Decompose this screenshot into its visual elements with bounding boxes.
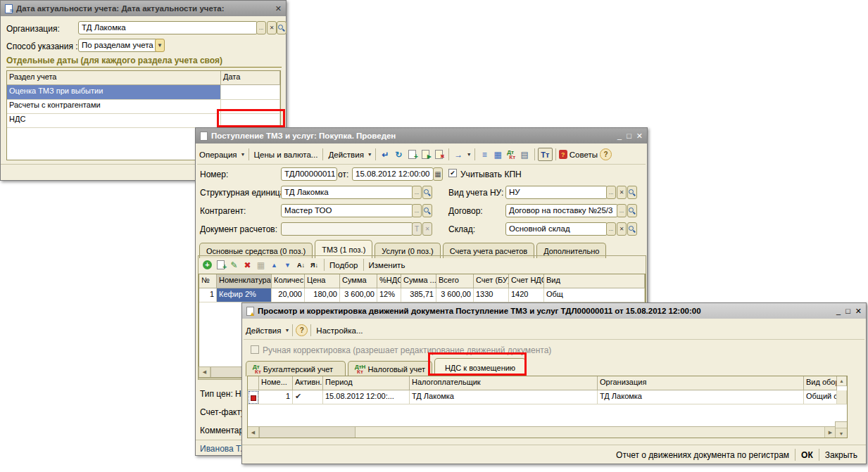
col-nomenclature[interactable]: Номенклатура: [217, 274, 272, 288]
tips-button[interactable]: Советы: [567, 151, 600, 159]
table-row[interactable]: Оценка ТМЗ при выбытии: [7, 85, 280, 99]
contract-select-button[interactable]: ...: [617, 204, 627, 217]
minimize-icon[interactable]: _: [836, 307, 841, 315]
kpn-checkbox[interactable]: ✔: [448, 169, 457, 177]
col-account-vat[interactable]: Счет НДС: [509, 274, 544, 288]
add-row-icon[interactable]: +: [201, 259, 214, 271]
col-section[interactable]: Раздел учета: [7, 71, 221, 85]
nu-select-button[interactable]: ...: [606, 186, 616, 199]
movements-report-button[interactable]: Отчет о движениях документа по регистрам: [613, 450, 792, 460]
move-up-icon[interactable]: ▲: [268, 259, 281, 271]
settlement-clear-button[interactable]: ✕: [422, 222, 432, 236]
unit-select-button[interactable]: ...: [412, 186, 422, 199]
col-account-bu[interactable]: Счет (БУ): [474, 274, 509, 288]
prices-currency-button[interactable]: Цены и валюта...: [252, 151, 320, 159]
nu-search-button[interactable]: [627, 186, 637, 199]
col-number[interactable]: №: [199, 274, 217, 288]
pick-button[interactable]: Подбор: [327, 261, 360, 269]
close-icon[interactable]: ✕: [275, 5, 282, 13]
post-document-icon[interactable]: ▶: [419, 148, 432, 160]
scroll-left-icon[interactable]: ◀: [248, 427, 259, 438]
structure-icon[interactable]: ≡: [478, 148, 491, 160]
close-icon[interactable]: ✕: [855, 307, 862, 315]
actions-menu[interactable]: Действия: [326, 151, 365, 159]
nu-clear-button[interactable]: ✕: [617, 186, 627, 199]
tt-templates-button[interactable]: Тт: [538, 148, 553, 161]
move-down-icon[interactable]: ▼: [281, 259, 294, 271]
settlement-type-button[interactable]: T: [412, 222, 422, 236]
vscroll-up-icon[interactable]: ▲: [837, 376, 847, 386]
unit-input[interactable]: ТД Лакомка: [281, 186, 413, 199]
ok-button[interactable]: ОК: [798, 450, 816, 460]
org-input[interactable]: ТД Лакомка: [78, 21, 258, 34]
actions-menu[interactable]: Действия: [244, 326, 283, 335]
set-flags-icon[interactable]: ▦: [491, 148, 505, 160]
contractor-select-button[interactable]: ...: [412, 204, 422, 217]
sort-asc-icon[interactable]: А↓: [294, 259, 308, 271]
movements-hscrollbar[interactable]: ◀ ▶: [248, 426, 836, 438]
close-button[interactable]: Закрыть: [822, 450, 860, 460]
sort-desc-icon[interactable]: Я↓: [308, 259, 321, 271]
contractor-search-button[interactable]: [422, 204, 432, 217]
copy-row-icon[interactable]: +: [214, 259, 227, 271]
refresh-icon[interactable]: ↻: [392, 148, 405, 160]
col-organization[interactable]: Организация: [598, 376, 804, 390]
delete-row-icon[interactable]: ✖: [241, 259, 254, 271]
settlement-input[interactable]: [281, 222, 413, 236]
minimize-icon[interactable]: _: [617, 132, 622, 140]
scroll-thumb[interactable]: [259, 427, 356, 438]
col-kind[interactable]: Вид: [544, 274, 645, 288]
col-taxpayer[interactable]: Налогоплательщик: [410, 376, 598, 390]
close-icon[interactable]: ✕: [636, 132, 643, 140]
col-quantity[interactable]: Количес...: [272, 274, 305, 288]
col-vat-pct[interactable]: %НДС: [377, 274, 401, 288]
manual-adjustment-checkbox[interactable]: [251, 345, 259, 354]
journal-icon[interactable]: ▤: [518, 148, 532, 160]
warehouse-select-button[interactable]: ...: [606, 222, 616, 236]
table-row[interactable]: 1 Кефир 2% 20,000 180,00 3 600,00 12% 38…: [199, 288, 645, 302]
settings-button[interactable]: Настройка...: [314, 326, 365, 335]
navigate-icon[interactable]: →: [452, 148, 465, 160]
edit-row-icon[interactable]: ✎: [227, 259, 241, 271]
help-icon[interactable]: ?: [296, 324, 308, 336]
copy-add-icon[interactable]: +: [405, 148, 419, 160]
method-combobox[interactable]: По разделам учета: [78, 39, 158, 52]
unit-search-button[interactable]: [422, 186, 432, 199]
col-sum[interactable]: Сумма: [340, 274, 377, 288]
maximize-icon[interactable]: □: [845, 307, 850, 315]
col-vat-sum[interactable]: Сумма ...: [401, 274, 436, 288]
col-price[interactable]: Цена: [305, 274, 340, 288]
org-clear-button[interactable]: ✕: [267, 21, 277, 34]
contractor-input[interactable]: Мастер ТОО: [281, 204, 413, 217]
maximize-icon[interactable]: □: [627, 132, 631, 140]
save-icon[interactable]: ↵: [379, 148, 392, 160]
contract-input[interactable]: Договор на поставку №25/3: [505, 204, 618, 217]
col-turnover-kind[interactable]: Вид оборота: [804, 376, 837, 390]
invoice-label[interactable]: Счет-факту: [200, 407, 245, 417]
vscroll-down-icon[interactable]: ▼: [836, 428, 847, 438]
contract-search-button[interactable]: [627, 204, 637, 217]
number-input[interactable]: ТДЛ00000011: [281, 167, 337, 181]
col-date[interactable]: Дата: [221, 71, 280, 85]
movements-vscroll-bottom[interactable]: ▼: [835, 421, 847, 438]
dtkt-postings-icon[interactable]: ДтКт: [505, 148, 518, 160]
chevron-down-icon[interactable]: ▼: [467, 152, 472, 157]
scroll-left-icon[interactable]: ◀: [199, 367, 210, 377]
table-row[interactable]: 1 ✔ 15.08.2012 12:00:... ТД Лакомка ТД Л…: [248, 390, 847, 404]
col-period[interactable]: Период: [323, 376, 410, 390]
col-active[interactable]: Активн...: [293, 376, 323, 390]
org-select-button[interactable]: ...: [256, 21, 266, 34]
org-search-button[interactable]: [277, 21, 287, 34]
warehouse-input[interactable]: Основной склад: [505, 222, 608, 236]
scroll-right-icon[interactable]: ▶: [824, 427, 836, 438]
method-dropdown-button[interactable]: ▼: [155, 39, 165, 52]
col-number[interactable]: Номе...: [259, 376, 293, 390]
col-total[interactable]: Всего: [436, 274, 474, 288]
warehouse-clear-button[interactable]: ✕: [617, 222, 627, 236]
price-type-label[interactable]: Тип цен: Н: [200, 389, 241, 399]
tab-tax-accounting[interactable]: ДтНКт Налоговый учет: [348, 361, 432, 376]
operation-menu[interactable]: Операция: [197, 151, 239, 159]
vscroll-track[interactable]: [837, 390, 847, 404]
calendar-button[interactable]: ▦: [433, 167, 443, 181]
nu-input[interactable]: НУ: [505, 186, 608, 199]
